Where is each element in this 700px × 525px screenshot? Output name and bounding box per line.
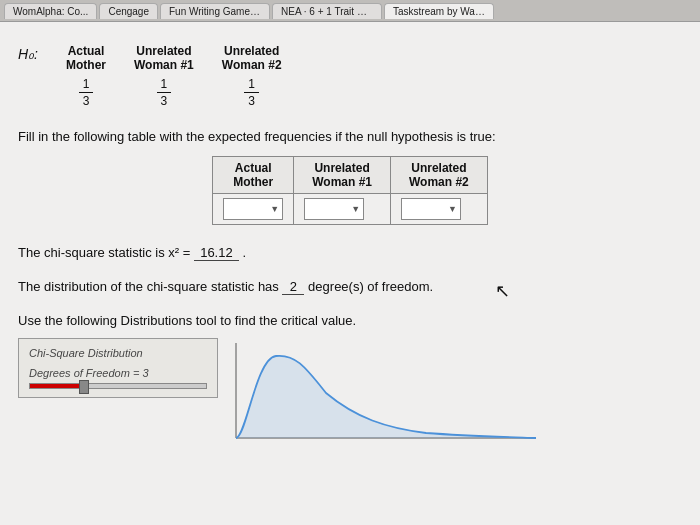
chi-stat-label: The chi-square statistic is x² =	[18, 245, 190, 260]
tab-fun-writing[interactable]: Fun Writing Games f...	[160, 3, 270, 19]
exp-col-1-header: Actual Mother	[213, 156, 294, 193]
chi-stat-line: The chi-square statistic is x² = 16.12 .	[18, 245, 682, 261]
freq-val-2: 1 3	[120, 74, 208, 111]
tool-instruction: Use the following Distributions tool to …	[18, 313, 682, 328]
h0-section: H₀: Actual Mother Unrelated Woman #1 Unr…	[18, 42, 682, 111]
chevron-down-icon-1: ▼	[270, 204, 279, 214]
dist-slider[interactable]	[29, 383, 207, 389]
df-value: 2	[282, 279, 304, 295]
chevron-down-icon-2: ▼	[351, 204, 360, 214]
exp-dropdown-2[interactable]: ▼	[294, 193, 391, 224]
dist-panel: Chi-Square Distribution Degrees of Freed…	[18, 338, 218, 398]
df-line: The distribution of the chi-square stati…	[18, 279, 682, 295]
freq-col-2-header: Unrelated Woman #1	[120, 42, 208, 74]
freq-val-3: 1 3	[208, 74, 296, 111]
h0-label: H₀:	[18, 46, 38, 62]
dist-row: Chi-Square Distribution Degrees of Freed…	[18, 338, 682, 451]
tab-cengage[interactable]: Cengage	[99, 3, 158, 19]
freq-table: Actual Mother Unrelated Woman #1 Unrelat…	[52, 42, 296, 111]
freq-val-1: 1 3	[52, 74, 120, 111]
exp-col-3-header: Unrelated Woman #2	[391, 156, 488, 193]
chi-square-curve	[226, 338, 546, 451]
df-suffix: degree(s) of freedom.	[308, 279, 433, 294]
exp-dropdown-1[interactable]: ▼	[213, 193, 294, 224]
df-label: The distribution of the chi-square stati…	[18, 279, 279, 294]
tab-nea[interactable]: NEA · 6 + 1 Trait Wr...	[272, 3, 382, 19]
dist-panel-title: Chi-Square Distribution	[29, 347, 207, 359]
chi-stat-suffix: .	[243, 245, 247, 260]
slider-thumb[interactable]	[79, 380, 89, 394]
exp-col-2-header: Unrelated Woman #1	[294, 156, 391, 193]
fill-instruction: Fill in the following table with the exp…	[18, 129, 682, 144]
chi-stat-value: 16.12	[194, 245, 239, 261]
dist-panel-df-label: Degrees of Freedom = 3	[29, 367, 207, 379]
tab-taskstream[interactable]: Taskstream by Wat...	[384, 3, 494, 19]
chevron-down-icon-3: ▼	[448, 204, 457, 214]
freq-col-3-header: Unrelated Woman #2	[208, 42, 296, 74]
exp-dropdown-3[interactable]: ▼	[391, 193, 488, 224]
exp-table-container: Actual Mother Unrelated Woman #1 Unrelat…	[18, 156, 682, 225]
exp-table: Actual Mother Unrelated Woman #1 Unrelat…	[212, 156, 488, 225]
tab-womAlpha[interactable]: WomAlpha: Co...	[4, 3, 97, 19]
tab-bar: WomAlpha: Co... Cengage Fun Writing Game…	[0, 0, 700, 22]
freq-col-1-header: Actual Mother	[52, 42, 120, 74]
content-area: H₀: Actual Mother Unrelated Woman #1 Unr…	[0, 22, 700, 525]
